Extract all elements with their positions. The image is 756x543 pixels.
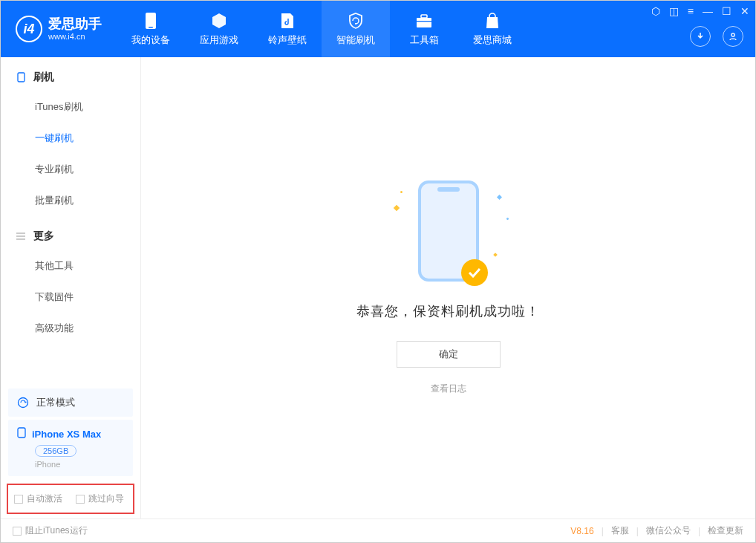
check-badge-icon — [461, 259, 488, 286]
status-bar: 阻止iTunes运行 V8.16 | 客服 | 微信公众号 | 检查更新 — [1, 518, 755, 542]
main-nav: 我的设备 应用游戏 铃声壁纸 智能刷机 工具箱 爱思商城 — [117, 1, 527, 57]
logo-icon: i4 — [16, 16, 42, 42]
svg-point-5 — [731, 33, 734, 36]
sidebar-item-one-click-flash[interactable]: 一键刷机 — [1, 123, 140, 154]
success-message: 恭喜您，保资料刷机成功啦！ — [356, 302, 540, 320]
window-controls: ⬡ ◫ ≡ ― ☐ ✕ — [651, 5, 749, 17]
list-icon — [16, 231, 26, 241]
device-icon — [141, 11, 160, 30]
nav-my-device[interactable]: 我的设备 — [117, 1, 185, 57]
music-file-icon — [278, 11, 297, 30]
footer-link-wechat[interactable]: 微信公众号 — [646, 524, 691, 537]
shirt-icon[interactable]: ⬡ — [651, 5, 660, 17]
device-mode-status[interactable]: 正常模式 — [8, 388, 133, 417]
device-name: iPhone XS Max — [32, 429, 101, 440]
checkbox-auto-activate[interactable]: 自动激活 — [14, 492, 62, 505]
download-button[interactable] — [690, 26, 711, 47]
app-logo: i4 爱思助手 www.i4.cn — [1, 16, 117, 42]
bag-icon — [483, 11, 502, 30]
phone-outline-icon — [17, 427, 26, 440]
nav-store[interactable]: 爱思商城 — [458, 1, 527, 57]
sidebar-group-flash: 刷机 — [1, 71, 140, 91]
phone-small-icon — [16, 72, 26, 82]
content-panel: 恭喜您，保资料刷机成功啦！ 确定 查看日志 — [141, 57, 755, 518]
view-log-link[interactable]: 查看日志 — [431, 383, 466, 395]
cube-small-icon[interactable]: ◫ — [669, 5, 679, 17]
svg-rect-1 — [149, 27, 153, 28]
sidebar-item-pro-flash[interactable]: 专业刷机 — [1, 154, 140, 185]
sidebar-item-other-tools[interactable]: 其他工具 — [1, 250, 140, 282]
svg-point-7 — [19, 398, 28, 408]
sidebar: 刷机 iTunes刷机 一键刷机 专业刷机 批量刷机 更多 其他工具 下载固件 … — [1, 57, 141, 518]
footer-link-check-update[interactable]: 检查更新 — [708, 524, 743, 537]
menu-icon[interactable]: ≡ — [688, 5, 694, 17]
sidebar-group-more: 更多 — [1, 230, 140, 250]
sidebar-item-itunes-flash[interactable]: iTunes刷机 — [1, 91, 140, 123]
app-header: i4 爱思助手 www.i4.cn 我的设备 应用游戏 铃声壁纸 智能刷机 工具… — [1, 1, 755, 57]
svg-rect-0 — [146, 13, 156, 29]
minimize-button[interactable]: ― — [703, 5, 713, 17]
checkbox-block-itunes[interactable]: 阻止iTunes运行 — [13, 524, 88, 537]
nav-smart-flash[interactable]: 智能刷机 — [322, 1, 390, 57]
sync-icon — [17, 397, 29, 409]
checkbox-skip-guide[interactable]: 跳过向导 — [76, 492, 124, 505]
success-illustration — [418, 181, 479, 282]
device-capacity: 256GB — [35, 445, 76, 457]
app-subtitle: www.i4.cn — [48, 32, 102, 42]
close-button[interactable]: ✕ — [740, 5, 749, 17]
cube-icon — [209, 11, 229, 30]
toolbox-icon — [414, 11, 434, 30]
nav-toolbox[interactable]: 工具箱 — [390, 1, 458, 57]
app-title: 爱思助手 — [48, 16, 102, 33]
svg-rect-4 — [417, 21, 431, 22]
user-button[interactable] — [723, 26, 743, 47]
svg-rect-2 — [417, 18, 431, 27]
refresh-shield-icon — [346, 11, 365, 30]
svg-rect-3 — [421, 15, 427, 18]
device-type: iPhone — [35, 460, 124, 469]
ok-button[interactable]: 确定 — [397, 341, 501, 368]
sidebar-item-batch-flash[interactable]: 批量刷机 — [1, 185, 140, 216]
sidebar-item-advanced[interactable]: 高级功能 — [1, 313, 140, 344]
options-highlighted-row: 自动激活 跳过向导 — [7, 484, 134, 514]
nav-apps-games[interactable]: 应用游戏 — [185, 1, 253, 57]
footer-link-support[interactable]: 客服 — [611, 524, 629, 537]
sidebar-item-download-firmware[interactable]: 下载固件 — [1, 282, 140, 313]
svg-rect-8 — [18, 428, 25, 438]
connected-device-card[interactable]: iPhone XS Max 256GB iPhone — [8, 420, 133, 476]
nav-ringtones-wallpapers[interactable]: 铃声壁纸 — [253, 1, 322, 57]
version-label: V8.16 — [570, 526, 593, 536]
svg-rect-6 — [18, 73, 25, 82]
maximize-button[interactable]: ☐ — [722, 5, 731, 17]
